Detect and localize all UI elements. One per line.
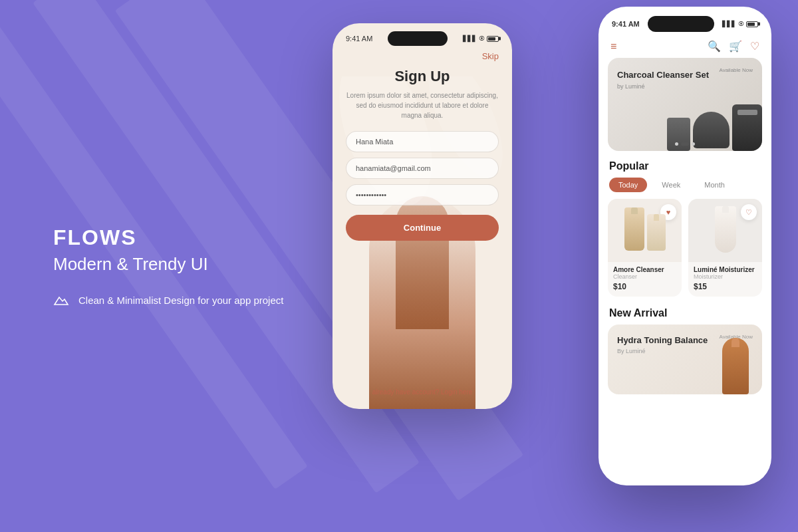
dot-2[interactable] — [681, 142, 689, 146]
hero-small-can — [667, 118, 690, 151]
nav-right-icons: 🔍 🛒 ♡ — [708, 40, 759, 53]
products-grid: ♥ Amore Cleanser Cleanser $10 — [598, 199, 771, 305]
product-price-2: $15 — [694, 282, 757, 291]
product-type-1: Cleanser — [613, 273, 676, 280]
wishlist-icon[interactable]: ♡ — [750, 40, 759, 53]
new-arrival-banner: Hydra Toning Balance By Luminé Available… — [608, 325, 762, 394]
hero-brand: by Luminé — [617, 83, 709, 90]
feature-row: Clean & Minimalist Design for your app p… — [53, 293, 283, 307]
banner-dots — [675, 142, 695, 146]
phone1-status-bar: 9:41 AM ▋▋▋ ⦿ — [332, 23, 512, 46]
phone2-shop: 9:41 AM ▋▋▋ ⦿ ≡ 🔍 🛒 ♡ Charcoal Cleanser … — [598, 7, 771, 485]
product-name-2: Luminé Moisturizer — [694, 266, 757, 273]
hero-banner: Charcoal Cleanser Set by Luminé Availabl… — [608, 58, 762, 151]
product-info-2: Luminé Moisturizer Moisturizer $15 — [688, 262, 762, 297]
hero-badge: Available Now — [719, 67, 753, 73]
popular-tabs: Today Week Month — [598, 178, 771, 199]
hero-jar — [693, 112, 730, 148]
hero-product-name: Charcoal Cleanser Set — [617, 70, 709, 81]
tab-month[interactable]: Month — [695, 178, 734, 192]
brand-title: FLOWS — [53, 225, 283, 250]
product-img-1: ♥ — [608, 199, 682, 262]
password-field[interactable]: •••••••••••• — [346, 184, 499, 205]
feature-text: Clean & Minimalist Design for your app p… — [78, 295, 283, 306]
search-icon[interactable]: 🔍 — [708, 40, 721, 53]
hero-can — [732, 104, 762, 151]
phone1-status-icons: ▋▋▋ ⦿ — [463, 35, 499, 42]
brand-subtitle: Modern & Trendy UI — [53, 254, 283, 275]
signup-description: Lorem ipsum dolor sit amet, consectetur … — [346, 90, 499, 120]
dot-3[interactable] — [692, 142, 695, 146]
shop-nav: ≡ 🔍 🛒 ♡ — [598, 32, 771, 58]
email-field[interactable]: hanamiata@gmail.com — [346, 158, 499, 179]
mountain-icon — [53, 293, 72, 307]
phone2-notch — [648, 16, 714, 32]
new-arrival-title: New Arrival — [598, 305, 771, 325]
dot-1[interactable] — [675, 142, 678, 146]
popular-section-title: Popular — [598, 158, 771, 178]
arrival-bottle-img — [722, 338, 749, 394]
signup-content: Sign Up Lorem ipsum dolor sit amet, cons… — [332, 61, 512, 241]
phone2-status-icons: ▋▋▋ ⦿ — [722, 21, 758, 27]
tab-today[interactable]: Today — [609, 178, 647, 192]
arrival-product-name: Hydra Toning Balance — [617, 335, 708, 346]
login-link[interactable]: already have account? Login here — [332, 388, 512, 396]
product-price-1: $10 — [613, 282, 676, 291]
left-panel: FLOWS Modern & Trendy UI Clean & Minimal… — [53, 225, 283, 307]
menu-icon[interactable]: ≡ — [610, 41, 616, 53]
name-field[interactable]: Hana Miata — [346, 131, 499, 152]
product-type-2: Moisturizer — [694, 273, 757, 280]
product-info-1: Amore Cleanser Cleanser $10 — [608, 262, 682, 297]
arrival-brand: By Luminé — [617, 348, 708, 354]
phone1-time: 9:41 AM — [346, 35, 372, 43]
product-name-1: Amore Cleanser — [613, 266, 676, 273]
phones-area: 9:41 AM ▋▋▋ ⦿ Skip Sign Up Lorem ipsum d… — [253, 0, 798, 532]
skip-button[interactable]: Skip — [332, 51, 512, 61]
arrival-text-area: Hydra Toning Balance By Luminé — [617, 335, 708, 354]
product-card-2[interactable]: ♡ Luminé Moisturizer Moisturizer $15 — [688, 199, 762, 297]
phone1-signup: 9:41 AM ▋▋▋ ⦿ Skip Sign Up Lorem ipsum d… — [332, 23, 512, 409]
tab-week[interactable]: Week — [652, 178, 690, 192]
heart-btn-2[interactable]: ♡ — [741, 204, 757, 220]
continue-button[interactable]: Continue — [346, 215, 499, 241]
phone2-time: 9:41 AM — [612, 20, 640, 28]
hero-text-area: Charcoal Cleanser Set by Luminé — [617, 70, 709, 90]
cart-icon[interactable]: 🛒 — [729, 40, 742, 53]
signup-title: Sign Up — [346, 68, 499, 85]
product-img-2: ♡ — [688, 199, 762, 262]
phone2-status-bar: 9:41 AM ▋▋▋ ⦿ — [598, 7, 771, 32]
product-card-1[interactable]: ♥ Amore Cleanser Cleanser $10 — [608, 199, 682, 297]
phone1-notch — [388, 31, 448, 46]
